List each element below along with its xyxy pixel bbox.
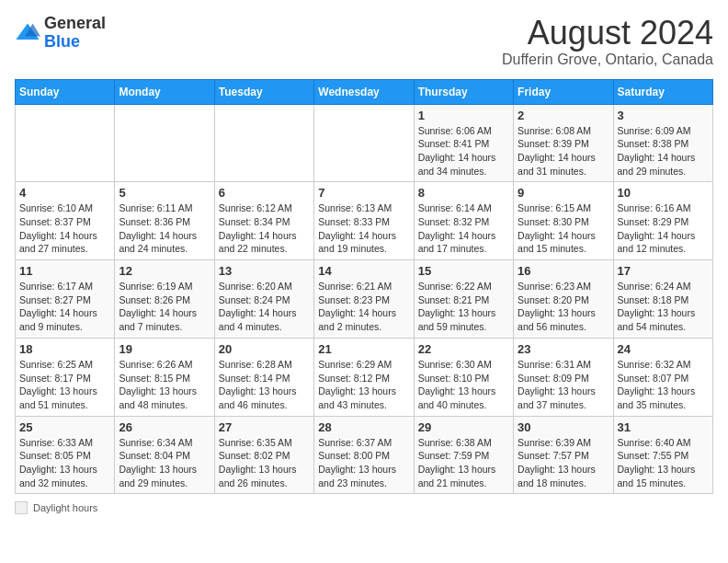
calendar-cell: 27Sunrise: 6:35 AM Sunset: 8:02 PM Dayli…: [214, 416, 313, 494]
day-number: 23: [518, 342, 609, 356]
calendar-cell: 3Sunrise: 6:09 AM Sunset: 8:38 PM Daylig…: [613, 104, 712, 182]
day-number: 21: [318, 342, 409, 356]
day-info: Sunrise: 6:25 AM Sunset: 8:17 PM Dayligh…: [19, 358, 110, 412]
calendar-cell: 17Sunrise: 6:24 AM Sunset: 8:18 PM Dayli…: [613, 260, 712, 339]
day-number: 1: [418, 109, 509, 122]
calendar-cell: 5Sunrise: 6:11 AM Sunset: 8:36 PM Daylig…: [115, 182, 214, 260]
header-day-saturday: Saturday: [613, 79, 712, 104]
calendar-cell: 6Sunrise: 6:12 AM Sunset: 8:34 PM Daylig…: [214, 182, 313, 260]
day-number: 17: [618, 264, 709, 278]
day-info: Sunrise: 6:14 AM Sunset: 8:32 PM Dayligh…: [418, 201, 509, 256]
day-number: 13: [219, 264, 310, 278]
logo-icon: [15, 20, 40, 46]
calendar-cell: 8Sunrise: 6:14 AM Sunset: 8:32 PM Daylig…: [414, 182, 513, 260]
day-number: 9: [518, 186, 609, 200]
day-number: 8: [418, 186, 509, 200]
day-number: 16: [518, 264, 609, 278]
title-area: August 2024 Dufferin Grove, Ontario, Can…: [502, 15, 713, 68]
day-info: Sunrise: 6:35 AM Sunset: 8:02 PM Dayligh…: [219, 436, 310, 490]
day-info: Sunrise: 6:11 AM Sunset: 8:36 PM Dayligh…: [119, 201, 210, 256]
day-info: Sunrise: 6:37 AM Sunset: 8:00 PM Dayligh…: [318, 436, 409, 490]
day-number: 2: [518, 109, 609, 122]
day-info: Sunrise: 6:08 AM Sunset: 8:39 PM Dayligh…: [518, 124, 609, 178]
calendar-cell: 22Sunrise: 6:30 AM Sunset: 8:10 PM Dayli…: [414, 338, 513, 416]
week-row-1: 4Sunrise: 6:10 AM Sunset: 8:37 PM Daylig…: [16, 182, 713, 260]
day-info: Sunrise: 6:30 AM Sunset: 8:10 PM Dayligh…: [418, 358, 509, 412]
calendar-cell: 18Sunrise: 6:25 AM Sunset: 8:17 PM Dayli…: [16, 338, 115, 416]
calendar-cell: 14Sunrise: 6:21 AM Sunset: 8:23 PM Dayli…: [314, 260, 414, 339]
calendar-cell: 13Sunrise: 6:20 AM Sunset: 8:24 PM Dayli…: [214, 260, 313, 339]
day-number: 3: [618, 109, 709, 122]
calendar-cell: 31Sunrise: 6:40 AM Sunset: 7:55 PM Dayli…: [613, 416, 712, 494]
main-title: August 2024: [502, 15, 713, 52]
header-day-wednesday: Wednesday: [314, 79, 414, 104]
day-info: Sunrise: 6:13 AM Sunset: 8:33 PM Dayligh…: [318, 201, 409, 256]
calendar-cell: 21Sunrise: 6:29 AM Sunset: 8:12 PM Dayli…: [314, 338, 414, 416]
calendar-cell: 9Sunrise: 6:15 AM Sunset: 8:30 PM Daylig…: [514, 182, 613, 260]
day-info: Sunrise: 6:19 AM Sunset: 8:26 PM Dayligh…: [119, 280, 210, 334]
day-info: Sunrise: 6:33 AM Sunset: 8:05 PM Dayligh…: [19, 436, 110, 490]
day-number: 28: [318, 420, 409, 434]
day-number: 11: [19, 264, 110, 278]
footer-note: Daylight hours: [15, 501, 713, 514]
day-info: Sunrise: 6:38 AM Sunset: 7:59 PM Dayligh…: [418, 436, 509, 490]
day-info: Sunrise: 6:24 AM Sunset: 8:18 PM Dayligh…: [618, 280, 709, 334]
calendar: SundayMondayTuesdayWednesdayThursdayFrid…: [15, 79, 713, 495]
header-row: SundayMondayTuesdayWednesdayThursdayFrid…: [16, 79, 713, 104]
calendar-header: SundayMondayTuesdayWednesdayThursdayFrid…: [16, 79, 713, 104]
day-number: 5: [119, 186, 210, 200]
day-number: 14: [318, 264, 409, 278]
day-info: Sunrise: 6:16 AM Sunset: 8:29 PM Dayligh…: [618, 201, 709, 256]
calendar-cell: 11Sunrise: 6:17 AM Sunset: 8:27 PM Dayli…: [16, 260, 115, 339]
calendar-cell: 7Sunrise: 6:13 AM Sunset: 8:33 PM Daylig…: [314, 182, 414, 260]
week-row-3: 18Sunrise: 6:25 AM Sunset: 8:17 PM Dayli…: [16, 338, 713, 416]
logo-general-text: General: [44, 15, 106, 33]
day-number: 7: [318, 186, 409, 200]
day-info: Sunrise: 6:32 AM Sunset: 8:07 PM Dayligh…: [618, 358, 709, 412]
day-number: 4: [19, 186, 110, 200]
calendar-cell: 16Sunrise: 6:23 AM Sunset: 8:20 PM Dayli…: [514, 260, 613, 339]
day-info: Sunrise: 6:12 AM Sunset: 8:34 PM Dayligh…: [219, 201, 310, 256]
subtitle: Dufferin Grove, Ontario, Canada: [502, 52, 713, 68]
calendar-cell: 4Sunrise: 6:10 AM Sunset: 8:37 PM Daylig…: [16, 182, 115, 260]
day-info: Sunrise: 6:22 AM Sunset: 8:21 PM Dayligh…: [418, 280, 509, 334]
calendar-cell: 29Sunrise: 6:38 AM Sunset: 7:59 PM Dayli…: [414, 416, 513, 494]
week-row-4: 25Sunrise: 6:33 AM Sunset: 8:05 PM Dayli…: [16, 416, 713, 494]
day-info: Sunrise: 6:09 AM Sunset: 8:38 PM Dayligh…: [618, 124, 709, 178]
header: General Blue August 2024 Dufferin Grove,…: [15, 15, 713, 68]
day-info: Sunrise: 6:28 AM Sunset: 8:14 PM Dayligh…: [219, 358, 310, 412]
week-row-0: 1Sunrise: 6:06 AM Sunset: 8:41 PM Daylig…: [16, 104, 713, 182]
header-day-sunday: Sunday: [16, 79, 115, 104]
calendar-cell: 12Sunrise: 6:19 AM Sunset: 8:26 PM Dayli…: [115, 260, 214, 339]
calendar-cell: 10Sunrise: 6:16 AM Sunset: 8:29 PM Dayli…: [613, 182, 712, 260]
footer-box: [15, 501, 28, 514]
calendar-cell: 24Sunrise: 6:32 AM Sunset: 8:07 PM Dayli…: [613, 338, 712, 416]
day-info: Sunrise: 6:34 AM Sunset: 8:04 PM Dayligh…: [119, 436, 210, 490]
day-number: 12: [119, 264, 210, 278]
week-row-2: 11Sunrise: 6:17 AM Sunset: 8:27 PM Dayli…: [16, 260, 713, 339]
day-number: 6: [219, 186, 310, 200]
calendar-cell: 23Sunrise: 6:31 AM Sunset: 8:09 PM Dayli…: [514, 338, 613, 416]
logo-text: General Blue: [44, 15, 106, 52]
header-day-tuesday: Tuesday: [214, 79, 313, 104]
day-number: 26: [119, 420, 210, 434]
calendar-body: 1Sunrise: 6:06 AM Sunset: 8:41 PM Daylig…: [16, 104, 713, 494]
calendar-cell: [16, 104, 115, 182]
day-info: Sunrise: 6:31 AM Sunset: 8:09 PM Dayligh…: [518, 358, 609, 412]
footer-text: Daylight hours: [33, 502, 97, 513]
day-number: 18: [19, 342, 110, 356]
day-number: 15: [418, 264, 509, 278]
day-number: 25: [19, 420, 110, 434]
day-info: Sunrise: 6:29 AM Sunset: 8:12 PM Dayligh…: [318, 358, 409, 412]
day-info: Sunrise: 6:10 AM Sunset: 8:37 PM Dayligh…: [19, 201, 110, 256]
logo-blue-text: Blue: [44, 33, 106, 52]
calendar-cell: 25Sunrise: 6:33 AM Sunset: 8:05 PM Dayli…: [16, 416, 115, 494]
day-number: 27: [219, 420, 310, 434]
day-info: Sunrise: 6:26 AM Sunset: 8:15 PM Dayligh…: [119, 358, 210, 412]
day-number: 19: [119, 342, 210, 356]
day-info: Sunrise: 6:40 AM Sunset: 7:55 PM Dayligh…: [618, 436, 709, 490]
calendar-cell: 1Sunrise: 6:06 AM Sunset: 8:41 PM Daylig…: [414, 104, 513, 182]
calendar-cell: 19Sunrise: 6:26 AM Sunset: 8:15 PM Dayli…: [115, 338, 214, 416]
day-info: Sunrise: 6:20 AM Sunset: 8:24 PM Dayligh…: [219, 280, 310, 334]
calendar-cell: [314, 104, 414, 182]
